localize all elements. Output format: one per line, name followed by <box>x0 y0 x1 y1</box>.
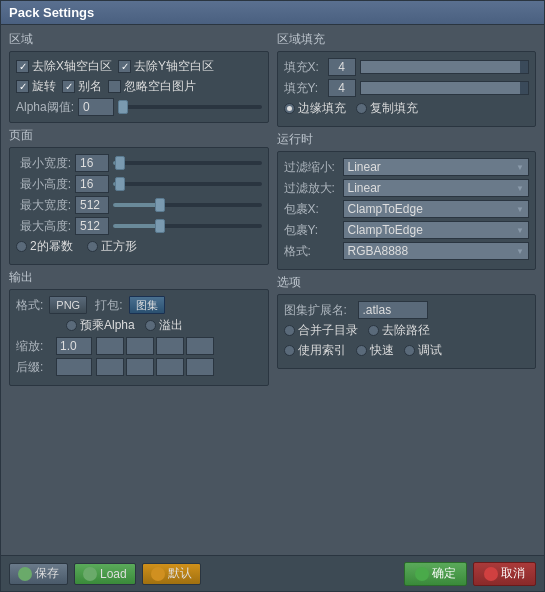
check-ignore-label[interactable]: 忽略空白图片 <box>108 78 196 95</box>
runtime-section: 运行时 过滤缩小: Linear ▼ 过滤放大: Line <box>277 131 537 270</box>
suffix-input[interactable] <box>56 358 92 376</box>
check-use-index-text: 使用索引 <box>298 342 346 359</box>
min-height-row: 最小高度: <box>16 175 262 193</box>
alpha-slider[interactable] <box>118 105 261 109</box>
scale-box-1[interactable] <box>96 337 124 355</box>
check-duplicate[interactable] <box>356 103 367 114</box>
min-width-input[interactable] <box>75 154 109 172</box>
check-pow2-label[interactable]: 2的幂数 <box>16 238 73 255</box>
check-remove-path[interactable] <box>368 325 379 336</box>
right-column: 区域填充 填充X: 填充Y: <box>277 31 537 549</box>
check-remove-x-text: 去除X轴空白区 <box>32 58 112 75</box>
atlas-ext-row: 图集扩展名: <box>284 301 530 319</box>
check-remove-path-label[interactable]: 去除路径 <box>368 322 430 339</box>
alpha-row: Alpha阈值: <box>16 98 262 116</box>
check-debug-label[interactable]: 调试 <box>404 342 442 359</box>
output-content: 格式: PNG 打包: 图集 预乘Alpha <box>9 289 269 386</box>
default-button[interactable]: 默认 <box>142 563 201 585</box>
min-width-slider-container <box>113 161 262 165</box>
check-edge[interactable] <box>284 103 295 114</box>
min-height-slider-container <box>113 182 262 186</box>
check-debug[interactable] <box>404 345 415 356</box>
fill-y-slider[interactable] <box>360 81 530 95</box>
min-width-slider[interactable] <box>113 161 262 165</box>
filter-max-dropdown[interactable]: Linear ▼ <box>343 179 530 197</box>
scale-input[interactable] <box>56 337 92 355</box>
min-height-input[interactable] <box>75 175 109 193</box>
max-height-input[interactable] <box>75 217 109 235</box>
wrap-y-arrow: ▼ <box>516 226 524 235</box>
check-merge-label[interactable]: 合并子目录 <box>284 322 358 339</box>
pack-atlas-button[interactable]: 图集 <box>129 296 165 314</box>
check-fast-label[interactable]: 快速 <box>356 342 394 359</box>
filter-min-label: 过滤缩小: <box>284 159 339 176</box>
load-button[interactable]: Load <box>74 563 136 585</box>
wrap-y-row: 包裹Y: ClampToEdge ▼ <box>284 221 530 239</box>
suffix-box-2[interactable] <box>126 358 154 376</box>
check-edge-label[interactable]: 边缘填充 <box>284 100 346 117</box>
check-use-index-label[interactable]: 使用索引 <box>284 342 346 359</box>
window-title: Pack Settings <box>9 5 94 20</box>
filter-min-row: 过滤缩小: Linear ▼ <box>284 158 530 176</box>
filter-max-label: 过滤放大: <box>284 180 339 197</box>
wrap-x-dropdown[interactable]: ClampToEdge ▼ <box>343 200 530 218</box>
suffix-box-3[interactable] <box>156 358 184 376</box>
check-alias-label[interactable]: 别名 <box>62 78 102 95</box>
max-width-input[interactable] <box>75 196 109 214</box>
min-height-slider[interactable] <box>113 182 262 186</box>
check-rotate-label[interactable]: 旋转 <box>16 78 56 95</box>
check-merge[interactable] <box>284 325 295 336</box>
check-remove-x-label[interactable]: 去除X轴空白区 <box>16 58 112 75</box>
atlas-ext-input[interactable] <box>358 301 428 319</box>
output-format-label: 格式: <box>16 297 43 314</box>
check-pow2[interactable] <box>16 241 27 252</box>
scale-box-2[interactable] <box>126 337 154 355</box>
check-edge-text: 边缘填充 <box>298 100 346 117</box>
alpha-input[interactable] <box>78 98 114 116</box>
scale-extra-boxes <box>96 337 214 355</box>
region-row1: 去除X轴空白区 去除Y轴空白区 <box>16 58 262 75</box>
check-square-label[interactable]: 正方形 <box>87 238 137 255</box>
check-premultiply[interactable] <box>66 320 77 331</box>
save-button[interactable]: 保存 <box>9 563 68 585</box>
check-rotate[interactable] <box>16 80 29 93</box>
scale-box-4[interactable] <box>186 337 214 355</box>
cancel-button[interactable]: 取消 <box>473 562 536 586</box>
ok-icon <box>415 567 429 581</box>
format-dropdown[interactable]: RGBA8888 ▼ <box>343 242 530 260</box>
check-remove-y[interactable] <box>118 60 131 73</box>
wrap-y-dropdown[interactable]: ClampToEdge ▼ <box>343 221 530 239</box>
max-height-row: 最大高度: <box>16 217 262 235</box>
check-bleed[interactable] <box>145 320 156 331</box>
check-fast[interactable] <box>356 345 367 356</box>
filter-max-value: Linear <box>348 181 381 195</box>
scale-box-3[interactable] <box>156 337 184 355</box>
fill-x-input[interactable] <box>328 58 356 76</box>
alpha-slider-container <box>118 105 261 109</box>
check-remove-x[interactable] <box>16 60 29 73</box>
check-ignore[interactable] <box>108 80 121 93</box>
wrap-x-value: ClampToEdge <box>348 202 423 216</box>
check-alias[interactable] <box>62 80 75 93</box>
check-duplicate-label[interactable]: 复制填充 <box>356 100 418 117</box>
suffix-box-4[interactable] <box>186 358 214 376</box>
check-square[interactable] <box>87 241 98 252</box>
max-height-slider[interactable] <box>113 224 262 228</box>
check-bleed-label[interactable]: 溢出 <box>145 317 183 334</box>
check-remove-y-text: 去除Y轴空白区 <box>134 58 214 75</box>
min-width-row: 最小宽度: <box>16 154 262 172</box>
filter-min-dropdown[interactable]: Linear ▼ <box>343 158 530 176</box>
format-png-button[interactable]: PNG <box>49 296 87 314</box>
check-premultiply-label[interactable]: 预乘Alpha <box>66 317 135 334</box>
wrap-y-value: ClampToEdge <box>348 223 423 237</box>
region-section: 区域 去除X轴空白区 去除Y轴空白区 <box>9 31 269 123</box>
check-use-index[interactable] <box>284 345 295 356</box>
suffix-box-1[interactable] <box>96 358 124 376</box>
fill-y-input[interactable] <box>328 79 356 97</box>
max-width-slider[interactable] <box>113 203 262 207</box>
fill-check-row: 边缘填充 复制填充 <box>284 100 530 117</box>
ok-button[interactable]: 确定 <box>404 562 467 586</box>
ok-label: 确定 <box>432 565 456 582</box>
check-remove-y-label[interactable]: 去除Y轴空白区 <box>118 58 214 75</box>
fill-x-slider[interactable] <box>360 60 530 74</box>
